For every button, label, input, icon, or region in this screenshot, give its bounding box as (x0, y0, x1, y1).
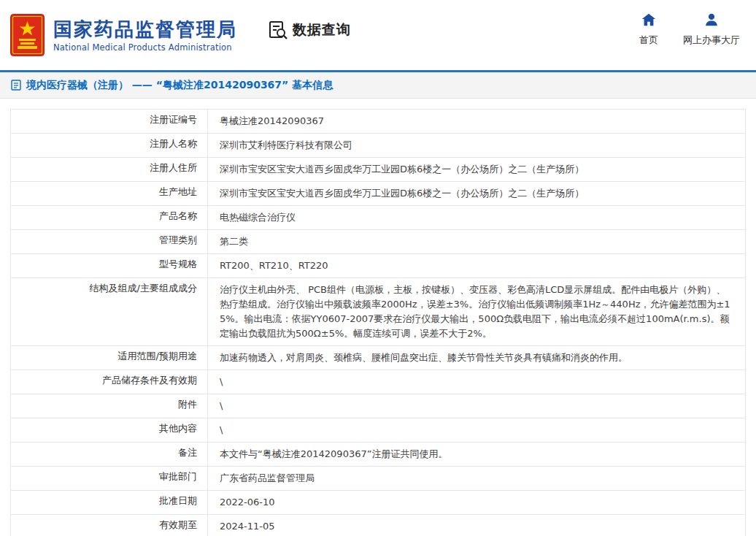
table-row: 有效期至2024-11-05 (11, 515, 745, 536)
row-label: 型号规格 (11, 254, 208, 277)
top-nav: 首页 网上办事大厅 (639, 12, 740, 47)
table-row: 注册人住所深圳市宝安区宝安大道西乡固戍华万工业园D栋6楼之一（办公场所）之二（生… (11, 158, 745, 182)
row-value: 深圳市宝安区宝安大道西乡固戍华万工业园D栋6楼之一（办公场所）之二（生产场所） (208, 182, 745, 205)
row-label: 附件 (11, 394, 208, 418)
row-label: 注册人名称 (11, 134, 208, 157)
data-query-icon (268, 20, 288, 40)
row-label: 审批部门 (11, 467, 208, 490)
table-row: 型号规格RT200、RT210、RT220 (11, 254, 745, 278)
row-value: 粤械注准20142090367 (208, 110, 745, 133)
person-icon (703, 12, 720, 28)
home-icon (641, 12, 657, 28)
table-row: 产品储存条件及有效期\ (11, 370, 745, 394)
row-label: 适用范围/预期用途 (11, 346, 208, 370)
table-row: 注册人名称深圳市艾利特医疗科技有限公司 (11, 134, 745, 158)
row-label: 管理类别 (11, 230, 208, 253)
row-value: 加速药物透入，对肩周炎、颈椎病、腰椎间盘突出症、膝关节骨性关节炎具有镇痛和消炎的… (208, 346, 745, 370)
nav-service-hall-label: 网上办事大厅 (683, 34, 740, 47)
table-row: 结构及组成/主要组成成分治疗仪主机由外壳、 PCB组件（电源板，主板，按键板）、… (11, 278, 745, 346)
row-label: 有效期至 (11, 515, 208, 536)
row-value: 深圳市艾利特医疗科技有限公司 (208, 134, 745, 157)
org-name-cn: 国家药品监督管理局 (53, 18, 237, 40)
row-value: 电热磁综合治疗仪 (208, 206, 745, 229)
row-label: 产品储存条件及有效期 (11, 370, 208, 394)
row-label: 注册证编号 (11, 110, 208, 133)
table-row: 生产地址深圳市宝安区宝安大道西乡固戍华万工业园D栋6楼之一（办公场所）之二（生产… (11, 182, 745, 206)
table-row: 其他内容\ (11, 418, 745, 443)
org-name-en: National Medical Products Administration (53, 42, 237, 53)
table-row: 适用范围/预期用途加速药物透入，对肩周炎、颈椎病、腰椎间盘突出症、膝关节骨性关节… (11, 346, 745, 370)
brand-text: 国家药品监督管理局 National Medical Products Admi… (53, 18, 237, 53)
row-label: 备注 (11, 443, 208, 466)
row-label: 产品名称 (11, 206, 208, 229)
document-icon (11, 80, 21, 91)
table-row: 附件\ (11, 394, 745, 418)
row-value: RT200、RT210、RT220 (208, 254, 745, 277)
data-query-heading: 数据查询 (268, 20, 351, 40)
table-row: 审批部门广东省药品监督管理局 (11, 467, 745, 491)
page-header: 国家药品监督管理局 National Medical Products Admi… (0, 0, 756, 70)
row-value: 本文件与“粤械注准20142090367”注册证共同使用。 (208, 443, 745, 466)
row-value: \ (208, 418, 745, 442)
table-row: 产品名称电热磁综合治疗仪 (11, 206, 745, 230)
row-value: 广东省药品监督管理局 (208, 467, 745, 490)
national-emblem-icon (10, 14, 45, 56)
row-label: 其他内容 (11, 418, 208, 442)
row-label: 结构及组成/主要组成成分 (11, 278, 208, 345)
breadcrumb: 境内医疗器械（注册） —— “粤械注准20142090367” 基本信息 (0, 72, 756, 99)
row-label: 注册人住所 (11, 158, 208, 181)
nmpa-brand: 国家药品监督管理局 National Medical Products Admi… (10, 14, 237, 56)
nav-service-hall[interactable]: 网上办事大厅 (683, 12, 740, 47)
row-value: \ (208, 394, 745, 418)
row-value: 2022-06-10 (208, 491, 745, 514)
row-value: 深圳市宝安区宝安大道西乡固戍华万工业园D栋6楼之一（办公场所）之二（生产场所） (208, 158, 745, 181)
table-row: 注册证编号粤械注准20142090367 (11, 110, 745, 134)
table-row: 管理类别第二类 (11, 230, 745, 254)
table-row: 备注本文件与“粤械注准20142090367”注册证共同使用。 (11, 443, 745, 467)
row-label: 批准日期 (11, 491, 208, 514)
row-value: 2024-11-05 (208, 515, 745, 536)
row-value: 治疗仪主机由外壳、 PCB组件（电源板，主板，按键板）、变压器、彩色高清LCD显… (208, 278, 745, 345)
nav-home[interactable]: 首页 (639, 12, 658, 47)
table-row: 批准日期2022-06-10 (11, 491, 745, 515)
row-value: 第二类 (208, 230, 745, 253)
breadcrumb-text: 境内医疗器械（注册） —— “粤械注准20142090367” 基本信息 (26, 79, 333, 92)
row-value: \ (208, 370, 745, 394)
section-title: 数据查询 (293, 20, 351, 39)
nav-home-label: 首页 (639, 34, 658, 47)
row-label: 生产地址 (11, 182, 208, 205)
info-table: 注册证编号粤械注准20142090367注册人名称深圳市艾利特医疗科技有限公司注… (10, 109, 746, 536)
